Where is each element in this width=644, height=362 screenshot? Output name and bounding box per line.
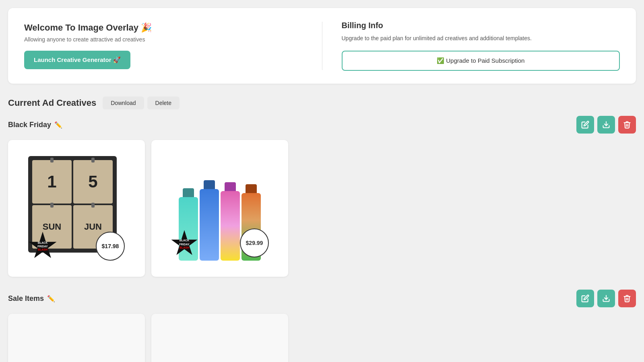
bottle-body-2 (200, 189, 219, 261)
ad-card-sale-1 (8, 314, 145, 362)
delete-group-button[interactable] (618, 116, 636, 134)
group-header-sale-items: Sale Items ✏️ (8, 290, 636, 307)
ad-card-bottles: BLACKFRIDAY BLASH $29.99 (151, 140, 288, 277)
price-tag-calendar: $17.98 (96, 232, 125, 261)
delete-sale-group-button[interactable] (618, 290, 636, 307)
bottle-cap-1 (183, 188, 194, 197)
bottle-2 (200, 180, 219, 261)
bottle-cap-3 (225, 182, 236, 191)
download-button[interactable]: Download (103, 97, 144, 109)
edit-sale-group-button[interactable] (576, 290, 594, 307)
group-actions-sale-items (576, 290, 636, 307)
cal-cell-day-num2: 5 (73, 160, 113, 204)
welcome-card: Welcome To Image Overlay 🎉 Allowing anyo… (8, 8, 636, 84)
group-header-black-friday: Black Friday ✏️ (8, 116, 636, 134)
vertical-divider (322, 22, 322, 70)
delete-button[interactable]: Delete (147, 97, 180, 109)
billing-section: Billing Info Upgrade to the paid plan fo… (342, 21, 620, 71)
welcome-title: Welcome To Image Overlay 🎉 (24, 23, 303, 33)
ad-card-calendar: 1 5 SUN JUN BLACKFRIDAY BLASH (8, 140, 145, 277)
price-tag-bottles: $29.99 (240, 228, 269, 257)
download-group-button[interactable] (597, 116, 615, 134)
ad-cards-row: 1 5 SUN JUN BLACKFRIDAY BLASH (8, 140, 636, 277)
ad-card-sale-2 (151, 314, 288, 362)
billing-description: Upgrade to the paid plan for unlimited a… (342, 34, 620, 43)
pencil-icon-sale: ✏️ (47, 295, 55, 302)
billing-title: Billing Info (342, 21, 620, 30)
pencil-icon: ✏️ (54, 121, 62, 129)
upgrade-subscription-button[interactable]: ✅ Upgrade to Paid Subscription (342, 51, 620, 71)
bottle-cap-4 (246, 184, 257, 193)
creative-group-sale-items: Sale Items ✏️ (8, 290, 636, 362)
bottle-cap-2 (204, 180, 215, 189)
edit-group-button[interactable] (576, 116, 594, 134)
welcome-subtitle: Allowing anyone to create attractive ad … (24, 36, 303, 43)
creative-group-black-friday: Black Friday ✏️ (8, 116, 636, 277)
current-ad-creatives-title: Current Ad Creatives (8, 98, 96, 108)
sale-cards-row (8, 314, 636, 362)
bottle-3 (221, 182, 240, 261)
download-sale-group-button[interactable] (597, 290, 615, 307)
cal-cell-day-num1: 1 (32, 160, 72, 204)
group-title-black-friday: Black Friday ✏️ (8, 121, 62, 129)
bottles-mockup: BLACKFRIDAY BLASH $29.99 (167, 156, 272, 261)
current-ad-creatives-header: Current Ad Creatives Download Delete (8, 97, 636, 109)
welcome-left: Welcome To Image Overlay 🎉 Allowing anyo… (24, 23, 303, 69)
group-title-sale-items: Sale Items ✏️ (8, 294, 55, 303)
calendar-mockup: 1 5 SUN JUN BLACKFRIDAY BLASH (28, 156, 125, 261)
group-actions-black-friday (576, 116, 636, 134)
launch-creative-generator-button[interactable]: Launch Creative Generator 🚀 (24, 51, 130, 69)
bottle-body-3 (221, 191, 240, 261)
